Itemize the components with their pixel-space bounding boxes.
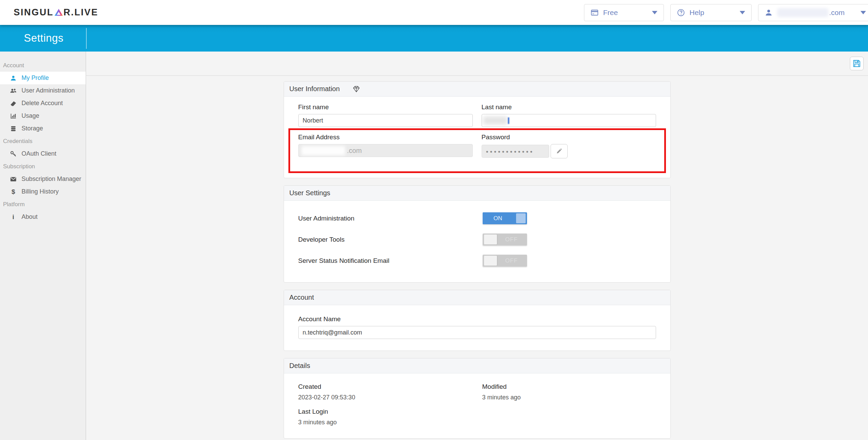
logo-text-prefix: SINGUL — [14, 7, 54, 18]
page-header: Settings — [0, 25, 868, 52]
envelope-icon — [10, 176, 17, 183]
dollar-icon: $ — [10, 188, 17, 195]
sidebar-item-my-profile[interactable]: My Profile — [0, 72, 86, 84]
last-login-detail: Last Login 3 minutes ago — [298, 408, 482, 426]
toggle-label: Developer Tools — [298, 236, 483, 243]
user-email-suffix: .com — [829, 9, 845, 17]
user-settings-card: User Settings User Administration ON Dev… — [284, 185, 671, 283]
bar-chart-icon — [10, 113, 17, 119]
sidebar-section-platform: Platform — [0, 198, 86, 211]
toggle-label: User Administration — [298, 215, 483, 222]
topbar-menus: Free Help .com — [584, 4, 868, 21]
user-information-header: User Information — [284, 82, 670, 97]
created-detail: Created 2023-02-27 09:53:30 — [298, 383, 482, 401]
redacted-last-name — [483, 116, 507, 125]
account-header: Account — [284, 290, 670, 305]
last-login-label: Last Login — [298, 408, 482, 415]
toolbar — [86, 52, 868, 76]
database-icon — [10, 125, 17, 132]
caret-down-icon — [860, 11, 866, 14]
page-title: Settings — [24, 32, 63, 44]
redacted-email — [777, 8, 828, 17]
user-settings-header: User Settings — [284, 186, 670, 201]
sidebar-item-usage[interactable]: Usage — [0, 110, 86, 122]
save-icon — [852, 59, 861, 68]
email-visible-suffix: .com — [347, 147, 362, 155]
gem-icon — [353, 86, 360, 93]
person-icon — [765, 9, 773, 17]
redacted-last-name-mark — [508, 117, 509, 124]
sidebar-item-subscription-manager[interactable]: Subscription Manager — [0, 173, 86, 185]
last-login-value: 3 minutes ago — [298, 419, 482, 426]
user-account-dropdown[interactable]: .com — [758, 4, 868, 21]
first-name-label: First name — [298, 103, 473, 111]
user-information-card: User Information First name — [284, 81, 671, 178]
users-icon — [10, 87, 17, 94]
logo-triangle-icon — [54, 9, 63, 16]
password-label: Password — [482, 133, 656, 141]
sidebar-item-billing-history[interactable]: $ Billing History — [0, 185, 86, 198]
setting-row: Developer Tools OFF — [298, 233, 656, 245]
sidebar-section-account: Account — [0, 59, 86, 72]
masked-password: ●●●●●●●●●●●● — [486, 149, 534, 154]
logo-text-suffix: R.LIVE — [63, 7, 98, 18]
details-header: Details — [284, 358, 670, 373]
sidebar-item-oauth-client[interactable]: OAuth Client — [0, 147, 86, 160]
save-button[interactable] — [850, 57, 864, 70]
password-input: ●●●●●●●●●●●● — [482, 145, 549, 158]
user-administration-toggle[interactable]: ON — [483, 212, 527, 224]
info-icon: i — [10, 214, 17, 221]
sidebar: Account My Profile User Administration D… — [0, 52, 86, 440]
server-status-notification-toggle[interactable]: OFF — [483, 255, 527, 267]
toggle-label: Server Status Notification Email — [298, 257, 483, 265]
card-title: User Settings — [289, 189, 330, 197]
user-icon — [10, 75, 17, 82]
help-icon — [677, 9, 685, 17]
sidebar-section-subscription: Subscription — [0, 160, 86, 173]
caret-down-icon — [740, 11, 745, 14]
billing-card-icon — [590, 9, 599, 17]
eraser-icon — [10, 100, 17, 107]
help-dropdown[interactable]: Help — [670, 4, 752, 21]
created-label: Created — [298, 383, 482, 391]
sidebar-item-about[interactable]: i About — [0, 211, 86, 223]
email-label: Email Address — [298, 133, 473, 141]
redacted-email-value — [301, 146, 345, 155]
account-name-label: Account Name — [298, 315, 656, 323]
created-value: 2023-02-27 09:53:30 — [298, 394, 482, 401]
modified-value: 3 minutes ago — [482, 394, 656, 401]
account-name-input[interactable] — [298, 326, 656, 339]
details-card: Details Created 2023-02-27 09:53:30 Modi… — [284, 358, 671, 439]
pencil-icon — [556, 148, 562, 154]
modified-detail: Modified 3 minutes ago — [482, 383, 656, 401]
topbar: SINGUL R.LIVE Free Help — [0, 0, 868, 25]
highlight-red-box: Email Address .com Password — [288, 128, 666, 173]
sidebar-item-user-administration[interactable]: User Administration — [0, 84, 86, 97]
sidebar-item-storage[interactable]: Storage — [0, 122, 86, 135]
sidebar-item-delete-account[interactable]: Delete Account — [0, 97, 86, 110]
toggle-state: ON — [494, 215, 502, 222]
email-input: .com — [298, 144, 473, 157]
last-name-input[interactable] — [482, 114, 656, 127]
header-divider — [86, 28, 87, 49]
developer-tools-toggle[interactable]: OFF — [483, 233, 527, 245]
main-content: User Information First name — [86, 52, 868, 440]
toggle-state: OFF — [505, 236, 518, 243]
app-logo[interactable]: SINGUL R.LIVE — [14, 7, 98, 18]
plan-dropdown[interactable]: Free — [584, 4, 664, 21]
caret-down-icon — [652, 11, 657, 14]
help-label: Help — [689, 9, 704, 17]
setting-row: User Administration ON — [298, 212, 656, 224]
plan-label: Free — [603, 9, 618, 17]
last-name-label: Last name — [482, 103, 656, 111]
setting-row: Server Status Notification Email OFF — [298, 255, 656, 267]
card-title: Account — [289, 294, 314, 301]
modified-label: Modified — [482, 383, 656, 391]
toggle-state: OFF — [505, 257, 518, 264]
first-name-input[interactable] — [298, 114, 473, 127]
card-title: Details — [289, 362, 310, 370]
edit-password-button[interactable] — [551, 144, 568, 158]
key-icon — [10, 151, 17, 157]
cards-column: User Information First name — [284, 81, 671, 439]
card-title: User Information — [289, 85, 340, 93]
